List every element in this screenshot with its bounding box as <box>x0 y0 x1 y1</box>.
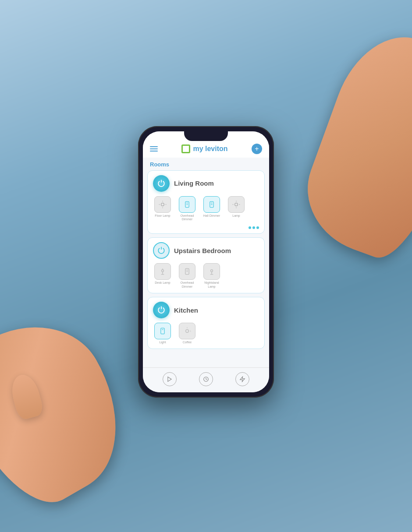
room-name-kitchen: Kitchen <box>174 307 198 314</box>
device-icon-overhead-dimmer <box>179 196 195 213</box>
device-nightstand-lamp[interactable]: Nightstand Lamp <box>202 263 221 289</box>
nav-play-button[interactable] <box>163 372 177 386</box>
device-label-floor-lamp: Floor Lamp <box>155 214 170 218</box>
devices-upstairs-bedroom: Desk Lamp Overhead Dimmer <box>153 263 259 289</box>
device-icon-lamp <box>228 196 245 213</box>
app-container: my leviton + Rooms <box>143 131 269 392</box>
device-icon-coffee <box>179 323 195 339</box>
svg-point-12 <box>211 270 213 272</box>
device-icon-bedroom-dimmer <box>179 263 195 280</box>
leviton-logo-box <box>181 144 190 153</box>
svg-marker-18 <box>240 377 245 382</box>
device-label-bedroom-dimmer: Overhead Dimmer <box>178 281 197 289</box>
svg-marker-16 <box>168 377 171 381</box>
phone-screen: my leviton + Rooms <box>143 131 269 392</box>
room-card-kitchen[interactable]: Kitchen Light <box>147 297 265 349</box>
room-card-living-room[interactable]: Living Room Floor Lamp <box>147 170 265 234</box>
svg-point-0 <box>161 203 164 206</box>
device-label-desk-lamp: Desk Lamp <box>155 281 170 285</box>
nav-history-button[interactable] <box>199 372 213 386</box>
room-header-upstairs-bedroom: Upstairs Bedroom <box>153 242 259 259</box>
device-icon-hall-dimmer <box>203 196 220 213</box>
device-icon-nightstand-lamp <box>203 263 220 280</box>
room-header-kitchen: Kitchen <box>153 302 259 318</box>
devices-living-room: Floor Lamp Overhead Dimmer <box>153 196 259 229</box>
svg-point-8 <box>162 270 164 272</box>
power-button-upstairs-bedroom[interactable] <box>153 242 170 259</box>
svg-point-7 <box>235 203 238 206</box>
device-icon-kitchen-light <box>154 323 171 339</box>
dot-3 <box>256 226 259 229</box>
device-lamp[interactable]: Lamp <box>227 196 246 218</box>
device-bedroom-dimmer[interactable]: Overhead Dimmer <box>178 263 197 289</box>
dot-2 <box>252 226 255 229</box>
app-title: my leviton <box>193 145 227 153</box>
room-name-living-room: Living Room <box>174 180 214 187</box>
power-button-kitchen[interactable] <box>153 302 170 318</box>
room-card-upstairs-bedroom[interactable]: Upstairs Bedroom Desk Lamp <box>147 237 265 293</box>
logo-area: my leviton <box>181 144 227 153</box>
device-label-coffee: Coffee <box>183 341 192 344</box>
add-button[interactable]: + <box>252 144 262 154</box>
device-label-lamp: Lamp <box>232 214 240 218</box>
rooms-list: Living Room Floor Lamp <box>143 170 269 367</box>
device-coffee[interactable]: Coffee <box>178 323 197 344</box>
device-kitchen-light[interactable]: Light <box>153 323 172 344</box>
phone-shell: my leviton + Rooms <box>138 126 274 398</box>
device-desk-lamp[interactable]: Desk Lamp <box>153 263 172 285</box>
nav-energy-button[interactable] <box>235 372 249 386</box>
device-overhead-dimmer[interactable]: Overhead Dimmer <box>178 196 197 222</box>
menu-button[interactable] <box>150 146 158 151</box>
rooms-heading: Rooms <box>143 158 269 170</box>
bottom-navigation <box>143 367 269 392</box>
power-button-living-room[interactable] <box>153 175 170 192</box>
devices-kitchen: Light Coffee <box>153 323 259 344</box>
device-label-hall-dimmer: Hall Dimmer <box>203 214 220 218</box>
device-icon-desk-lamp <box>154 263 171 280</box>
device-label-kitchen-light: Light <box>159 341 166 344</box>
room-header-living-room: Living Room <box>153 175 259 192</box>
device-label-nightstand-lamp: Nightstand Lamp <box>202 281 221 289</box>
device-floor-lamp[interactable]: Floor Lamp <box>153 196 172 218</box>
device-hall-dimmer[interactable]: Hall Dimmer <box>202 196 221 218</box>
svg-rect-13 <box>161 328 164 334</box>
device-label-overhead-dimmer: Overhead Dimmer <box>178 214 197 222</box>
notch <box>184 131 228 141</box>
more-devices-dots[interactable] <box>249 226 259 229</box>
dot-1 <box>249 226 251 229</box>
device-icon-floor-lamp <box>154 196 171 213</box>
svg-point-15 <box>186 330 189 333</box>
room-name-upstairs-bedroom: Upstairs Bedroom <box>174 247 231 254</box>
